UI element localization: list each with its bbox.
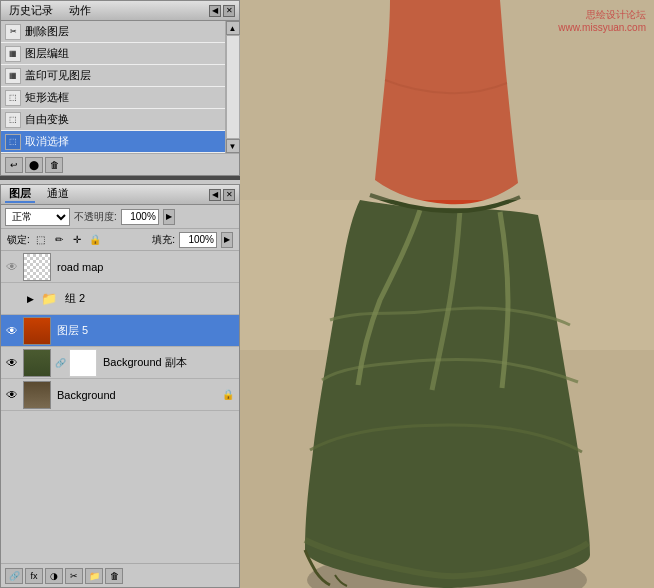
link-icon[interactable]: 🔗 [53, 356, 67, 370]
layers-tabs: 图层 通道 [5, 186, 209, 203]
history-panel: 历史记录 动作 ◀ ✕ ✂ 删除图层 ▦ 图层编组 ▦ 盖印可见 [0, 0, 240, 176]
panel-separator [0, 176, 240, 180]
layer-thumbnail [23, 317, 51, 345]
history-icon: ✂ [5, 24, 21, 40]
layer-locked-icon: 🔒 [221, 388, 235, 402]
history-tabs: 历史记录 动作 [5, 3, 209, 18]
history-icon: ▦ [5, 46, 21, 62]
opacity-input[interactable] [121, 209, 159, 225]
layer-mask-thumbnail [69, 349, 97, 377]
history-icon: ⬚ [5, 112, 21, 128]
lock-all-icon[interactable]: 🔒 [88, 233, 102, 247]
lock-brush-icon[interactable]: ✏ [52, 233, 66, 247]
eye-icon[interactable]: 👁 [3, 258, 21, 276]
layers-panel-header: 图层 通道 ◀ ✕ [1, 185, 239, 205]
item-label: 图层编组 [25, 46, 69, 61]
layers-panel: 图层 通道 ◀ ✕ 正常 不透明度: ▶ 锁定: ⬚ ✏ ✛ 🔒 填充: ▶ [0, 184, 240, 588]
layer-thumbnail [23, 253, 51, 281]
layer-item-layer5[interactable]: 👁 图层 5 [1, 315, 239, 347]
tab-actions[interactable]: 动作 [65, 3, 95, 18]
group-expand-icon[interactable]: ▶ [23, 292, 37, 306]
list-item[interactable]: ⬚ 自由变换 [1, 109, 225, 131]
item-label: 删除图层 [25, 24, 69, 39]
history-icon: ⬚ [5, 134, 21, 150]
layers-list: 👁 road map ▶ 📁 组 2 👁 图层 5 👁 🔗 [1, 251, 239, 563]
fill-input[interactable] [179, 232, 217, 248]
list-item[interactable]: ▦ 图层编组 [1, 43, 225, 65]
blend-mode-select[interactable]: 正常 [5, 208, 70, 226]
history-panel-header: 历史记录 动作 ◀ ✕ [1, 1, 239, 21]
layer-item-background[interactable]: 👁 Background 🔒 [1, 379, 239, 411]
list-item[interactable]: ▦ 盖印可见图层 [1, 65, 225, 87]
undo-icon[interactable]: ↩ [5, 157, 23, 173]
lock-move-icon[interactable]: ✛ [70, 233, 84, 247]
tab-history[interactable]: 历史记录 [5, 3, 57, 18]
list-item-selected[interactable]: ⬚ 取消选择 [1, 131, 225, 153]
list-item[interactable]: ✂ 删除图层 [1, 21, 225, 43]
delete-icon[interactable]: 🗑 [45, 157, 63, 173]
snapshot-icon[interactable]: ⬤ [25, 157, 43, 173]
tab-channels[interactable]: 通道 [43, 186, 73, 203]
history-list-wrap: ✂ 删除图层 ▦ 图层编组 ▦ 盖印可见图层 ⬚ 矩形选框 ⬚ 自由变换 [1, 21, 239, 153]
eye-icon[interactable]: 👁 [3, 354, 21, 372]
layer-name: 图层 5 [53, 323, 237, 338]
lock-label: 锁定: [7, 233, 30, 247]
item-label: 矩形选框 [25, 90, 69, 105]
svg-rect-3 [240, 0, 654, 200]
collapse-btn[interactable]: ◀ [209, 5, 221, 17]
layer-name: road map [53, 261, 237, 273]
history-scrollbar[interactable]: ▲ ▼ [225, 21, 239, 153]
lock-checker-icon[interactable]: ⬚ [34, 233, 48, 247]
item-label: 自由变换 [25, 112, 69, 127]
photo-area: 思绘设计论坛 www.missyuan.com [240, 0, 654, 588]
fx-icon[interactable]: fx [25, 568, 43, 584]
layer-item-group2[interactable]: ▶ 📁 组 2 [1, 283, 239, 315]
person-image [240, 0, 654, 588]
tab-layers[interactable]: 图层 [5, 186, 35, 203]
eye-icon[interactable]: 👁 [3, 322, 21, 340]
collapse-btn[interactable]: ◀ [209, 189, 221, 201]
scroll-down[interactable]: ▼ [226, 139, 240, 153]
layer-name: Background 副本 [99, 355, 237, 370]
layer-name: 组 2 [61, 291, 237, 306]
mask-icon[interactable]: ◑ [45, 568, 63, 584]
history-icon: ▦ [5, 68, 21, 84]
layer-thumbnail [23, 381, 51, 409]
history-items: ✂ 删除图层 ▦ 图层编组 ▦ 盖印可见图层 ⬚ 矩形选框 ⬚ 自由变换 [1, 21, 225, 153]
photo-background: 思绘设计论坛 www.missyuan.com [240, 0, 654, 588]
history-icon: ⬚ [5, 90, 21, 106]
fill-label: 填充: [152, 233, 175, 247]
layer-name: Background [53, 389, 219, 401]
lock-bar: 锁定: ⬚ ✏ ✛ 🔒 填充: ▶ [1, 229, 239, 251]
layer-item-bg-copy[interactable]: 👁 🔗 Background 副本 [1, 347, 239, 379]
eye-icon[interactable]: 👁 [3, 386, 21, 404]
layers-bottom-bar: 🔗 fx ◑ ✂ 📁 🗑 [1, 563, 239, 587]
panel-controls: ◀ ✕ [209, 5, 235, 17]
scroll-up[interactable]: ▲ [226, 21, 240, 35]
opacity-arrow[interactable]: ▶ [163, 209, 175, 225]
item-label: 取消选择 [25, 134, 69, 149]
history-bottom-bar: ↩ ⬤ 🗑 [1, 153, 239, 175]
fill-arrow[interactable]: ▶ [221, 232, 233, 248]
layers-toolbar: 正常 不透明度: ▶ [1, 205, 239, 229]
eye-icon[interactable] [3, 290, 21, 308]
adjustment-icon[interactable]: ✂ [65, 568, 83, 584]
close-btn[interactable]: ✕ [223, 189, 235, 201]
list-item[interactable]: ⬚ 矩形选框 [1, 87, 225, 109]
new-group-icon[interactable]: 📁 [85, 568, 103, 584]
link-layers-icon[interactable]: 🔗 [5, 568, 23, 584]
close-btn[interactable]: ✕ [223, 5, 235, 17]
left-panel: 历史记录 动作 ◀ ✕ ✂ 删除图层 ▦ 图层编组 ▦ 盖印可见 [0, 0, 240, 588]
opacity-label: 不透明度: [74, 210, 117, 224]
delete-layer-icon[interactable]: 🗑 [105, 568, 123, 584]
layers-controls: ◀ ✕ [209, 189, 235, 201]
layer-item-road-map[interactable]: 👁 road map [1, 251, 239, 283]
item-label: 盖印可见图层 [25, 68, 91, 83]
layer-thumbnail [23, 349, 51, 377]
folder-icon: 📁 [39, 289, 59, 309]
